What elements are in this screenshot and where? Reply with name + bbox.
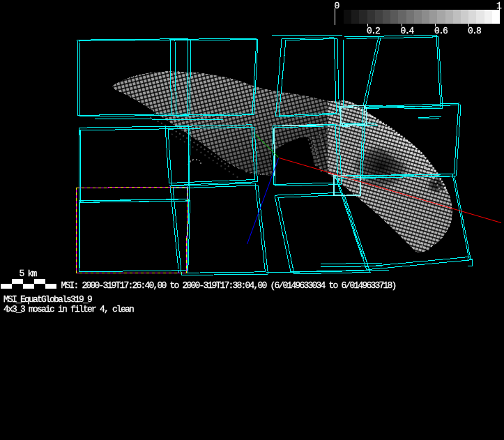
svg-text:MSI: 2000-319T17:26:40,00 to: MSI: 2000-319T17:26:40,00 to 2000-319T17… <box>61 280 396 291</box>
svg-text:0.6: 0.6 <box>434 26 448 36</box>
svg-text:0: 0 <box>335 1 339 11</box>
svg-text:1: 1 <box>496 1 502 11</box>
svg-text:5 km: 5 km <box>20 268 38 279</box>
svg-text:0.4: 0.4 <box>400 26 414 36</box>
svg-text:MSI_EquatGlobals319_9: MSI_EquatGlobals319_9 <box>3 294 92 305</box>
svg-text:4x3_3 mosaic in filter 4, clea: 4x3_3 mosaic in filter 4, clean <box>3 304 134 314</box>
svg-text:0.8: 0.8 <box>468 26 481 36</box>
svg-text:0.2: 0.2 <box>367 26 380 36</box>
